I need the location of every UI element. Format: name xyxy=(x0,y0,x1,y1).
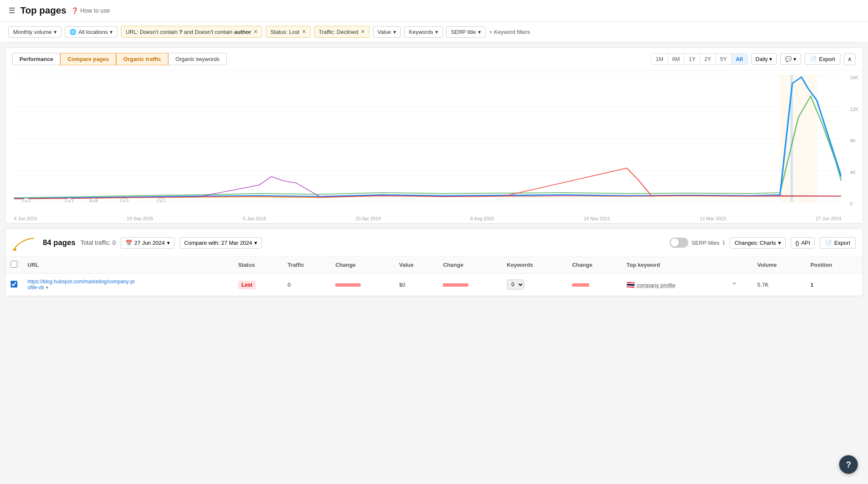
keywords-filter[interactable]: Keywords ▾ xyxy=(404,26,443,38)
value-change-bar xyxy=(443,283,468,287)
chart-export-btn[interactable]: 📄 Export xyxy=(804,53,840,65)
grid-line-bottom xyxy=(14,202,841,202)
changes-btn[interactable]: Changes: Charts ▾ xyxy=(730,237,786,249)
add-filter-btn[interactable]: + Keyword filters xyxy=(489,29,530,35)
col-value-change[interactable]: Change xyxy=(438,257,501,274)
compare-label: Compare with: 27 Mar 2024 xyxy=(184,240,252,246)
col-volume[interactable]: Volume xyxy=(752,257,805,274)
row-keywords-cell: 0 xyxy=(502,274,567,296)
export-icon: 📄 xyxy=(810,56,817,62)
col-traffic-change[interactable]: Change xyxy=(330,257,394,274)
table-row: https://blog.hubspot.com/marketing/compa… xyxy=(6,274,862,296)
keywords-label: Keywords xyxy=(409,29,433,35)
api-btn[interactable]: {} API xyxy=(791,237,815,249)
date-label: 27 Jun 2024 xyxy=(134,240,165,246)
svg-text:G: G xyxy=(67,199,71,202)
row-status-cell: Lost xyxy=(233,274,283,296)
traffic-filter-close[interactable]: × xyxy=(361,28,364,35)
status-badge: Lost xyxy=(238,281,256,289)
monthly-volume-filter[interactable]: Monthly volume ▾ xyxy=(8,26,61,38)
chart-section: Performance Compare pages Organic traffi… xyxy=(5,47,863,224)
time-1m[interactable]: 1M xyxy=(651,54,668,64)
status-filter-label: Status: Lost xyxy=(270,29,300,35)
col-keywords[interactable]: Keywords xyxy=(502,257,567,274)
table-toolbar: 84 pages Total traffic: 0 📅 27 Jun 2024 … xyxy=(6,229,862,257)
time-6m[interactable]: 6M xyxy=(668,54,684,64)
y-label-4k: 4K xyxy=(850,170,858,175)
quote-icon[interactable]: ❝ xyxy=(732,281,736,288)
serp-title-filter[interactable]: SERP title ▾ xyxy=(446,26,486,38)
url-sub-text: ofile-vb xyxy=(28,285,44,290)
chevron-up-icon: ∧ xyxy=(848,56,852,62)
collapse-chart-btn[interactable]: ∧ xyxy=(844,53,856,65)
col-url[interactable]: URL xyxy=(22,257,233,274)
how-to-use-link[interactable]: ❓ How to use xyxy=(71,7,110,14)
url-text[interactable]: https://blog.hubspot.com/marketing/compa… xyxy=(28,279,228,285)
time-1y[interactable]: 1Y xyxy=(684,54,700,64)
annotation-btn[interactable]: 💬 ▾ xyxy=(780,53,801,65)
compare-btn[interactable]: Compare with: 27 Mar 2024 ▾ xyxy=(180,237,262,249)
table-export-btn[interactable]: 📄 Export xyxy=(820,237,856,249)
x-label-2: 19 Sep 2016 xyxy=(127,216,153,221)
col-keywords-change[interactable]: Change xyxy=(567,257,621,274)
tab-organic-keywords[interactable]: Organic keywords xyxy=(168,53,227,65)
url-sub: ofile-vb ▾ xyxy=(28,285,228,290)
time-all[interactable]: All xyxy=(732,54,747,64)
tab-compare-pages[interactable]: Compare pages xyxy=(60,53,116,65)
dropdown-arrow-icon: ▾ xyxy=(769,56,772,62)
dropdown-arrow-icon: ▾ xyxy=(254,240,257,246)
flag-icon: 🇹🇭 xyxy=(626,281,635,288)
pages-count: 84 pages xyxy=(43,238,75,247)
col-checkbox xyxy=(6,257,22,274)
toggle-knob xyxy=(670,238,679,247)
svg-text:CG: CG xyxy=(90,199,97,202)
volume-value: 5.7K xyxy=(757,282,769,288)
monthly-volume-label: Monthly volume xyxy=(13,29,52,35)
y-label-0: 0 xyxy=(850,201,858,206)
y-label-12k: 12K xyxy=(850,107,858,112)
dropdown-arrow-icon: ▾ xyxy=(478,29,481,35)
x-label-8: 27 Jun 2024 xyxy=(815,216,841,221)
menu-icon[interactable]: ☰ xyxy=(8,6,15,15)
value-filter[interactable]: Value ▾ xyxy=(373,26,401,38)
row-value-change-cell xyxy=(438,274,501,296)
daily-btn[interactable]: Daily ▾ xyxy=(751,53,777,65)
tab-performance[interactable]: Performance xyxy=(12,53,60,65)
status-filter-close[interactable]: × xyxy=(302,28,306,35)
help-circle-icon: ❓ xyxy=(71,7,78,14)
status-filter-tag: Status: Lost × xyxy=(266,26,311,38)
col-position[interactable]: Position xyxy=(805,257,862,274)
all-locations-label: All locations xyxy=(78,29,108,35)
url-filter-close[interactable]: × xyxy=(254,28,258,35)
all-locations-filter[interactable]: 🌐 All locations ▾ xyxy=(65,26,117,38)
globe-icon: 🌐 xyxy=(70,29,76,35)
changes-label: Changes: Charts xyxy=(734,240,776,246)
keywords-select[interactable]: 0 xyxy=(507,279,524,290)
col-top-keyword-extra xyxy=(727,257,752,274)
traffic-filter-tag: Traffic: Declined × xyxy=(314,26,370,38)
time-5y[interactable]: 5Y xyxy=(716,54,732,64)
date-picker-btn[interactable]: 📅 27 Jun 2024 ▾ xyxy=(121,237,175,249)
url-expand-icon[interactable]: ▾ xyxy=(46,285,48,290)
row-volume-cell: 5.7K xyxy=(752,274,805,296)
row-keywords-change-cell xyxy=(567,274,621,296)
serp-titles-toggle[interactable] xyxy=(670,238,688,248)
value-amount: $0 xyxy=(399,282,405,288)
col-traffic[interactable]: Traffic xyxy=(283,257,331,274)
col-top-keyword[interactable]: Top keyword xyxy=(621,257,727,274)
annotation-icon: 💬 xyxy=(785,56,792,62)
filters-bar: Monthly volume ▾ 🌐 All locations ▾ URL: … xyxy=(0,22,868,42)
y-axis-labels: 16K 12K 8K 4K 0 xyxy=(850,75,858,206)
row-checkbox[interactable] xyxy=(11,281,17,288)
row-value-cell: $0 xyxy=(394,274,438,296)
traffic-value: 0 xyxy=(288,282,291,288)
top-keyword-text[interactable]: company profile xyxy=(637,282,676,288)
chart-svg: G G CG G G xyxy=(14,75,841,202)
time-2y[interactable]: 2Y xyxy=(700,54,716,64)
col-value[interactable]: Value xyxy=(394,257,438,274)
tab-organic-traffic[interactable]: Organic traffic xyxy=(116,53,168,65)
col-status[interactable]: Status xyxy=(233,257,283,274)
select-all-checkbox[interactable] xyxy=(11,261,17,268)
dropdown-arrow-icon: ▾ xyxy=(110,29,113,35)
traffic-change-bar xyxy=(335,283,361,287)
